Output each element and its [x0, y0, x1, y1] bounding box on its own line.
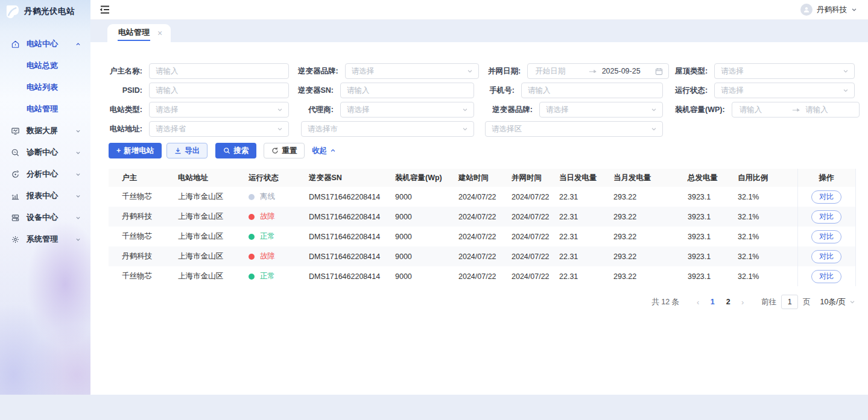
- tab-label: 电站管理: [118, 26, 150, 41]
- sidebar-item-station-list[interactable]: 电站列表: [0, 77, 90, 98]
- sidebar-item-analysis-center[interactable]: 分析中心: [0, 163, 90, 185]
- topbar: 丹鹤科技: [90, 0, 868, 20]
- filter-grid-date: 并网日期: 开始日期 2025-09-25: [488, 63, 663, 79]
- capacity-range-input[interactable]: 请输入 请输入: [732, 102, 860, 118]
- roof-type-select[interactable]: 请选择: [714, 63, 855, 79]
- export-button[interactable]: 导出: [166, 143, 207, 158]
- filter-psid: PSID:: [109, 83, 289, 98]
- inverter-brand-select-2[interactable]: 请选择: [539, 102, 663, 118]
- chevron-down-icon: [843, 87, 849, 93]
- compare-button[interactable]: 对比: [811, 210, 841, 224]
- reset-button[interactable]: 重置: [264, 143, 305, 158]
- sidebar-menu: 电站中心 电站总览 电站列表 电站管理 数据大屏: [0, 33, 90, 250]
- page-number-1[interactable]: 1: [705, 298, 720, 306]
- sidebar-item-station-management[interactable]: 电站管理: [0, 98, 90, 120]
- city-select[interactable]: 请选择市: [301, 121, 474, 137]
- grid-date-range-picker[interactable]: 开始日期 2025-09-25: [527, 63, 669, 79]
- refresh-icon: [271, 147, 279, 154]
- chevron-down-icon: [849, 299, 855, 305]
- filter-label: 逆变器品牌:: [488, 105, 539, 115]
- device-icon: [11, 213, 20, 222]
- status-badge: 故障: [249, 251, 275, 262]
- chevron-down-icon: [75, 237, 81, 242]
- collapse-filters-link[interactable]: 收起: [312, 146, 336, 156]
- filter-inverter-sn: 逆变器SN:: [298, 83, 474, 98]
- main-area: 丹鹤科技 电站管理 × 户主名称: 逆变器品牌: 请选择: [90, 0, 868, 395]
- sidebar-item-station-overview[interactable]: 电站总览: [0, 55, 90, 77]
- status-badge: 故障: [249, 212, 275, 222]
- filter-label: 户主名称:: [109, 66, 149, 77]
- sidebar-item-diagnosis-center[interactable]: 诊断中心: [0, 142, 90, 163]
- pagination: 共 12 条 ‹ 1 2 › 前往 页 10条/页: [109, 295, 855, 309]
- user-menu[interactable]: 丹鹤科技: [800, 4, 857, 16]
- goto-label: 前往: [761, 297, 776, 307]
- prev-page-button[interactable]: ‹: [691, 298, 705, 307]
- chevron-down-icon: [277, 107, 283, 113]
- goto-page-input[interactable]: [781, 295, 798, 309]
- filter-label: 逆变器SN:: [298, 86, 340, 96]
- brand-logo-icon: [5, 4, 20, 19]
- diagnosis-search-icon: [11, 148, 20, 157]
- inverter-sn-input[interactable]: [340, 83, 474, 98]
- district-select[interactable]: 请选择区: [485, 121, 663, 137]
- chevron-down-icon: [467, 68, 473, 74]
- run-status-select[interactable]: 请选择: [714, 83, 855, 98]
- filter-label: 逆变器品牌:: [298, 66, 345, 77]
- close-icon[interactable]: ×: [157, 29, 162, 37]
- compare-button[interactable]: 对比: [811, 270, 841, 283]
- sidebar-item-data-screen[interactable]: 数据大屏: [0, 120, 90, 142]
- phone-input[interactable]: [521, 83, 663, 98]
- sidebar-item-station-center[interactable]: 电站中心: [0, 33, 90, 55]
- agent-select[interactable]: 请选择: [340, 102, 474, 118]
- table-row: 千丝物芯 上海市金山区 正常 DMS1716462208414 9000 202…: [109, 266, 855, 286]
- inverter-brand-select[interactable]: 请选择: [345, 63, 479, 79]
- sidebar-item-report-center[interactable]: 报表中心: [0, 185, 90, 207]
- add-station-button[interactable]: + 新增电站: [109, 143, 162, 158]
- filter-label: 并网日期:: [488, 66, 527, 77]
- calendar-icon: [655, 67, 663, 75]
- status-dot-icon: [249, 234, 255, 240]
- compare-button[interactable]: 对比: [811, 190, 841, 204]
- page-unit-label: 页: [803, 297, 811, 307]
- owner-name-input[interactable]: [149, 63, 289, 79]
- province-select[interactable]: 请选择省: [149, 121, 289, 137]
- filter-label: 装机容量(WP):: [675, 105, 732, 115]
- bar-chart-icon: [11, 192, 20, 201]
- status-dot-icon: [249, 214, 255, 220]
- status-dot-icon: [249, 254, 255, 260]
- filter-run-status: 运行状态: 请选择: [675, 83, 852, 98]
- username: 丹鹤科技: [817, 5, 847, 15]
- filter-label: 屋顶类型:: [675, 66, 714, 77]
- filter-inverter-brand-2: 逆变器品牌: 请选择: [488, 102, 663, 118]
- arrow-right-icon: [589, 68, 597, 74]
- filter-capacity: 装机容量(WP): 请输入 请输入: [675, 102, 852, 118]
- app-window: 丹鹤光伏电站 电站中心 电站总览 电站列表 电站管理: [0, 0, 868, 395]
- next-page-button[interactable]: ›: [736, 298, 749, 307]
- search-icon: [223, 147, 230, 154]
- sidebar-item-device-center[interactable]: 设备中心: [0, 207, 90, 228]
- chevron-down-icon: [75, 193, 81, 199]
- compare-button[interactable]: 对比: [811, 250, 841, 263]
- tab-station-management[interactable]: 电站管理 ×: [107, 24, 171, 42]
- psid-input[interactable]: [149, 83, 289, 98]
- download-icon: [174, 147, 182, 154]
- page-size-select[interactable]: 10条/页: [820, 297, 855, 307]
- station-type-select[interactable]: 请选择: [149, 102, 289, 118]
- filter-roof-type: 屋顶类型: 请选择: [675, 63, 852, 79]
- sidebar: 丹鹤光伏电站 电站中心 电站总览 电站列表 电站管理: [0, 0, 90, 395]
- analysis-icon: [11, 170, 20, 179]
- stations-table: 户主 电站地址 运行状态 逆变器SN 装机容量(Wp) 建站时间 并网时间 当日…: [109, 169, 856, 286]
- filter-agent: 代理商: 请选择: [298, 102, 474, 118]
- compare-button[interactable]: 对比: [811, 230, 841, 243]
- tab-bar: 电站管理 ×: [90, 20, 868, 42]
- sidebar-fold-icon[interactable]: [98, 4, 110, 15]
- search-button[interactable]: 搜索: [215, 143, 256, 158]
- action-bar: + 新增电站 导出 搜索: [109, 143, 855, 158]
- status-badge: 正常: [249, 231, 275, 242]
- filter-label: 手机号:: [488, 86, 521, 96]
- table-row: 千丝物芯 上海市金山区 正常 DMS1716462208414 9000 202…: [109, 227, 855, 246]
- status-badge: 离线: [249, 192, 275, 202]
- page-number-2[interactable]: 2: [720, 298, 736, 306]
- sidebar-item-system-management[interactable]: 系统管理: [0, 228, 90, 250]
- status-badge: 正常: [249, 271, 275, 281]
